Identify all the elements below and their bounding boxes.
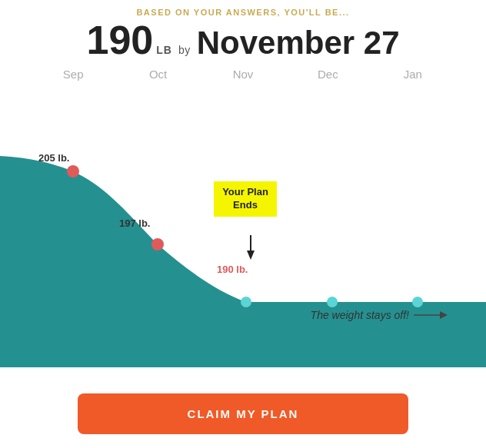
svg-marker-11 xyxy=(247,251,255,260)
plan-ends-box: Your Plan Ends xyxy=(214,181,277,217)
chart-container: Sep Oct Nov Dec Jan 205 lb. 197 lb. 190 … xyxy=(0,68,486,367)
claim-button-container: CLAIM MY PLAN xyxy=(78,393,408,434)
label-197: 197 lb. xyxy=(119,217,150,229)
x-label-jan: Jan xyxy=(382,68,444,81)
arrow-right-icon xyxy=(414,310,448,320)
x-label-sep: Sep xyxy=(42,68,104,81)
weight-stays-text: The weight stays off! xyxy=(311,309,409,321)
header-section: Based on your answers, you'll be... 190 … xyxy=(0,0,486,60)
plan-ends-line1: Your Plan xyxy=(222,186,268,197)
subtitle-text: Based on your answers, you'll be... xyxy=(0,8,486,17)
weight-unit: lb xyxy=(156,44,172,56)
x-label-oct: Oct xyxy=(128,68,189,81)
svg-point-5 xyxy=(67,165,79,178)
x-axis: Sep Oct Nov Dec Jan xyxy=(0,68,486,81)
weight-stays-off: The weight stays off! xyxy=(311,309,448,321)
plan-ends-arrow xyxy=(245,235,257,260)
weight-number: 190 xyxy=(86,20,153,60)
weight-line: 190 lb by November 27 xyxy=(0,20,486,60)
claim-button[interactable]: CLAIM MY PLAN xyxy=(78,393,408,434)
svg-point-6 xyxy=(151,238,164,251)
date-text: November 27 xyxy=(197,27,400,59)
svg-point-8 xyxy=(327,297,338,307)
x-label-nov: Nov xyxy=(212,68,274,81)
svg-point-7 xyxy=(241,297,251,307)
label-205: 205 lb. xyxy=(38,152,69,164)
label-190: 190 lb. xyxy=(217,264,248,275)
svg-marker-13 xyxy=(440,311,448,319)
chart-svg xyxy=(0,87,486,367)
svg-point-9 xyxy=(412,297,423,307)
by-text: by xyxy=(178,44,191,56)
plan-ends-line2: Ends xyxy=(233,199,258,211)
x-label-dec: Dec xyxy=(297,68,358,81)
